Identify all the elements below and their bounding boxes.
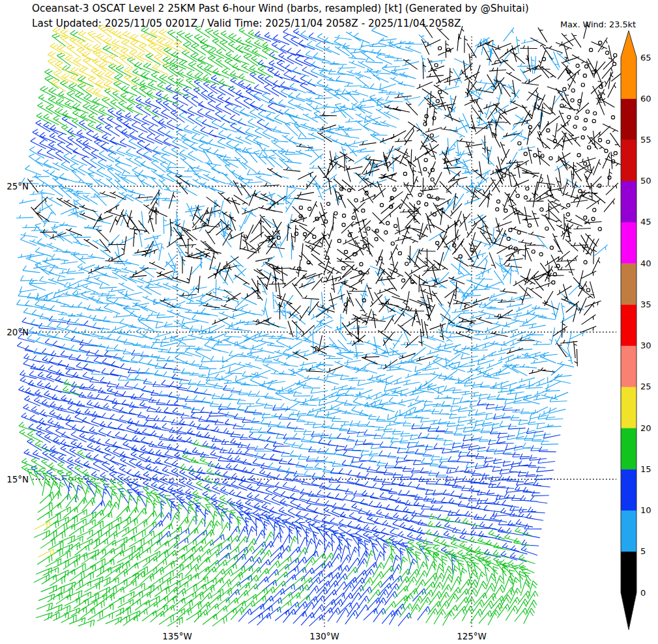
- svg-text:65: 65: [640, 53, 651, 63]
- svg-text:55: 55: [640, 135, 651, 145]
- svg-text:40: 40: [640, 259, 651, 268]
- lon-tick-label: 135°W: [162, 632, 192, 641]
- colorbar-extend-under: [621, 593, 637, 630]
- wind-barbs: [16, 22, 625, 627]
- svg-text:5: 5: [640, 546, 646, 556]
- svg-text:10: 10: [640, 505, 651, 515]
- svg-text:50: 50: [640, 176, 651, 186]
- svg-text:20: 20: [640, 423, 651, 433]
- svg-text:30: 30: [640, 341, 651, 350]
- colorbar: 05101520253035404550556065: [621, 31, 651, 630]
- lat-tick-label: 20°N: [7, 328, 29, 337]
- svg-text:45: 45: [640, 217, 651, 227]
- svg-text:60: 60: [640, 94, 651, 104]
- svg-text:25: 25: [640, 382, 651, 391]
- svg-text:0: 0: [640, 588, 646, 598]
- lon-tick-label: 130°W: [309, 632, 339, 641]
- lat-tick-label: 25°N: [7, 182, 29, 191]
- svg-text:15: 15: [640, 464, 651, 474]
- colorbar-extend-over: [621, 31, 637, 57]
- colorbar-tick-labels: 05101520253035404550556065: [640, 53, 651, 598]
- wind-barb-map: 25°N20°N15°N135°W130°W125°W0510152025303…: [0, 0, 658, 644]
- wind-map-figure: { "header": { "title_line1": "Oceansat-3…: [0, 0, 658, 644]
- lat-tick-label: 15°N: [7, 475, 29, 484]
- lon-tick-label: 125°W: [457, 632, 487, 641]
- svg-text:35: 35: [640, 300, 651, 309]
